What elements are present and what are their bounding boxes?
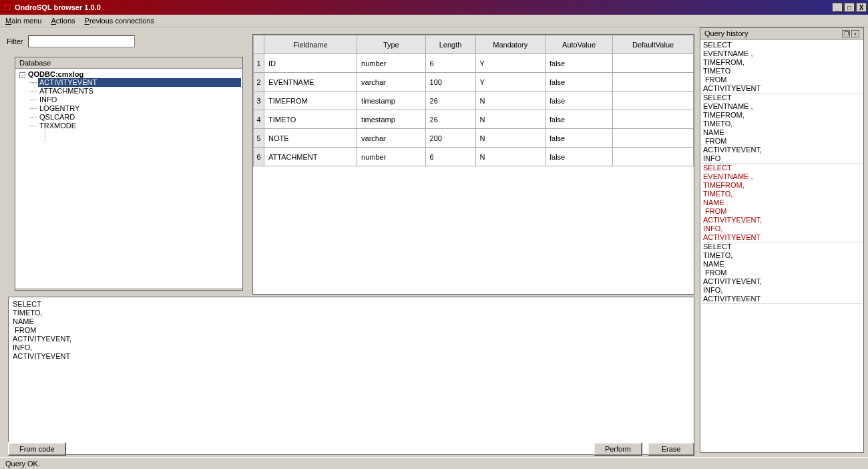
cell <box>613 92 694 110</box>
cell: timestamp <box>357 110 425 129</box>
cell <box>613 73 694 92</box>
cell: ATTACHMENT <box>264 148 357 166</box>
statusbar: Query OK. <box>0 457 868 469</box>
cell: varchar <box>357 73 425 92</box>
tree-item[interactable]: TRXMODE <box>38 122 241 130</box>
status-text: Query OK. <box>5 460 40 468</box>
row-number: 5 <box>254 129 264 148</box>
titlebar: ∧ OndroSQL browser 1.0.0 _ □ X <box>0 0 868 15</box>
erase-button[interactable]: Erase <box>648 442 694 456</box>
query-history-title: Query history <box>704 29 841 37</box>
query-history-list[interactable]: SELECT EVENTNAME , TIMEFROM, TIMETO FROM… <box>700 40 863 452</box>
tree-item[interactable]: ATTACHMENTS <box>38 87 241 96</box>
tree-root-label[interactable]: QODBC:cmxlog <box>28 70 83 78</box>
cell: false <box>545 54 612 73</box>
filter-label: Filter <box>7 37 23 45</box>
menu-previous-connections[interactable]: Previous connections <box>85 17 155 25</box>
tree-item[interactable]: LOGENTRY <box>38 104 241 113</box>
from-code-button[interactable]: From code <box>8 442 66 456</box>
cell: number <box>357 54 425 73</box>
table-row[interactable]: 2EVENTNAMEvarchar100Yfalse <box>254 73 694 92</box>
column-header[interactable]: Fieldname <box>264 35 357 54</box>
menu-actions[interactable]: Actions <box>51 17 75 25</box>
cell: varchar <box>357 129 425 148</box>
cell: false <box>545 129 612 148</box>
history-entry[interactable]: SELECT EVENTNAME , TIMEFROM, TIMETO FROM… <box>702 41 862 94</box>
tree-item[interactable]: INFO <box>38 96 241 104</box>
table-row[interactable]: 5NOTEvarchar200Nfalse <box>254 129 694 148</box>
history-undock-icon[interactable]: ❐ <box>842 30 850 37</box>
column-header[interactable]: Length <box>425 35 475 54</box>
cell: Y <box>475 54 545 73</box>
row-number: 4 <box>254 110 264 129</box>
row-number: 6 <box>254 148 264 166</box>
cell: 100 <box>425 73 475 92</box>
cell <box>613 54 694 73</box>
tree-item[interactable]: ACTIVITYEVENT <box>38 78 241 87</box>
cell: N <box>475 148 545 166</box>
cell: EVENTNAME <box>264 73 357 92</box>
tree-item[interactable]: QSLCARD <box>38 113 241 122</box>
cell: Y <box>475 73 545 92</box>
table-row[interactable]: 4TIMETOtimestamp26Nfalse <box>254 110 694 129</box>
cell <box>613 129 694 148</box>
cell: number <box>357 148 425 166</box>
column-header[interactable]: DefaultValue <box>613 35 694 54</box>
filter-input[interactable] <box>28 35 135 47</box>
cell: false <box>545 92 612 110</box>
cell <box>613 110 694 129</box>
sql-editor[interactable]: SELECT TIMETO, NAME FROM ACTIVITYEVENT, … <box>8 297 694 455</box>
cell: false <box>545 73 612 92</box>
cell: 26 <box>425 92 475 110</box>
cell: 200 <box>425 129 475 148</box>
cell: false <box>545 110 612 129</box>
query-history-panel: Query history ❐ x SELECT EVENTNAME , TIM… <box>700 27 864 453</box>
column-header[interactable]: AutoValue <box>545 35 612 54</box>
column-header[interactable]: Mandatory <box>475 35 545 54</box>
fields-grid: FieldnameTypeLengthMandatoryAutoValueDef… <box>252 34 694 295</box>
history-entry[interactable]: SELECT EVENTNAME , TIMEFROM, TIMETO, NAM… <box>702 164 862 243</box>
cell: TIMEFROM <box>264 92 357 110</box>
database-panel: Database -QODBC:cmxlog ACTIVITYEVENTATTA… <box>15 57 243 291</box>
menubar: Main menu Actions Previous connections <box>0 15 868 27</box>
database-panel-title: Database <box>15 57 242 69</box>
cell: 26 <box>425 110 475 129</box>
cell <box>613 148 694 166</box>
row-number: 3 <box>254 92 264 110</box>
cell: N <box>475 129 545 148</box>
row-number: 1 <box>254 54 264 73</box>
row-number: 2 <box>254 73 264 92</box>
database-tree[interactable]: -QODBC:cmxlog ACTIVITYEVENTATTACHMENTSIN… <box>15 69 242 288</box>
cell: ID <box>264 54 357 73</box>
table-row[interactable]: 6ATTACHMENTnumber6Nfalse <box>254 148 694 166</box>
close-button[interactable]: X <box>856 3 867 12</box>
column-header[interactable]: Type <box>357 35 425 54</box>
perform-button[interactable]: Perform <box>594 442 642 456</box>
maximize-button[interactable]: □ <box>844 3 855 12</box>
history-close-icon[interactable]: x <box>851 30 859 37</box>
table-row[interactable]: 3TIMEFROMtimestamp26Nfalse <box>254 92 694 110</box>
app-icon: ∧ <box>3 3 12 12</box>
table-row[interactable]: 1IDnumber6Yfalse <box>254 54 694 73</box>
window-title: OndroSQL browser 1.0.0 <box>15 3 831 11</box>
cell: N <box>475 110 545 129</box>
cell: false <box>545 148 612 166</box>
menu-main[interactable]: Main menu <box>5 17 41 25</box>
cell: NOTE <box>264 129 357 148</box>
cell: timestamp <box>357 92 425 110</box>
cell: TIMETO <box>264 110 357 129</box>
cell: 6 <box>425 148 475 166</box>
cell: N <box>475 92 545 110</box>
history-entry[interactable]: SELECT TIMETO, NAME FROM ACTIVITYEVENT, … <box>702 243 862 304</box>
history-entry[interactable]: SELECT EVENTNAME , TIMEFROM, TIMETO, NAM… <box>702 94 862 164</box>
cell: 6 <box>425 54 475 73</box>
minimize-button[interactable]: _ <box>832 3 843 12</box>
tree-expander-icon[interactable]: - <box>19 72 25 78</box>
